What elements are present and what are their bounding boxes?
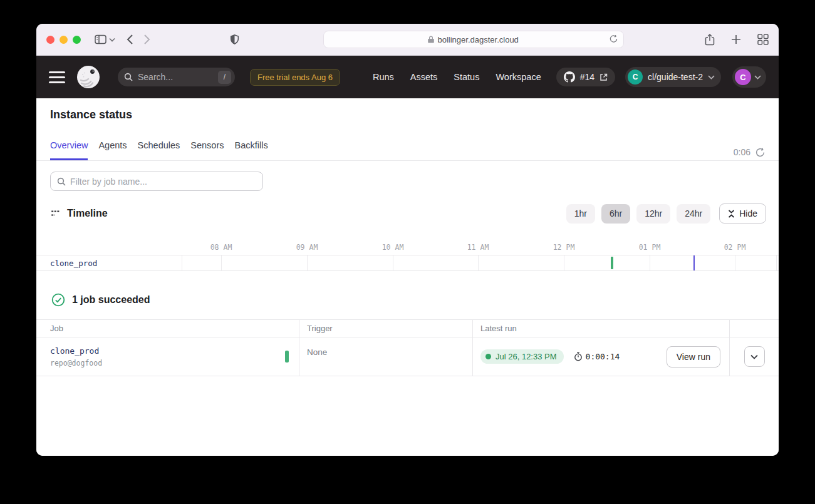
jobs-table-header: Job Trigger Latest run <box>36 320 779 337</box>
privacy-shield-icon[interactable] <box>230 34 239 45</box>
column-header-trigger: Trigger <box>299 320 473 337</box>
collapse-icon <box>728 210 735 218</box>
column-header-latest-run: Latest run <box>473 320 730 337</box>
search-input[interactable] <box>138 72 207 82</box>
search-shortcut-key: / <box>218 71 231 84</box>
sidebar-toggle-icon[interactable] <box>95 34 106 44</box>
axis-tick: 01 PM <box>631 243 668 252</box>
window-controls <box>46 36 81 44</box>
nav-workspace[interactable]: Workspace <box>496 72 541 82</box>
timeline-axis: 08 AM 09 AM 10 AM 11 AM 12 PM 01 PM 02 P… <box>36 242 779 255</box>
tab-backfills[interactable]: Backfills <box>235 140 268 160</box>
main-content: Instance status Overview Agents Schedule… <box>36 98 779 456</box>
success-check-icon <box>51 293 65 307</box>
zoom-window-button[interactable] <box>73 36 81 44</box>
column-header-actions <box>730 320 779 337</box>
run-status-badge[interactable]: Jul 26, 12:33 PM <box>480 349 564 364</box>
github-pr-badge[interactable]: #14 <box>556 68 615 86</box>
browser-toolbar: bollinger.dagster.cloud <box>36 24 779 56</box>
timeline-header: Timeline 1hr 6hr 12hr 24hr Hide <box>50 203 766 224</box>
timeline-job-link[interactable]: clone_prod <box>50 259 97 268</box>
forward-button[interactable] <box>143 34 150 45</box>
range-6hr-button[interactable]: 6hr <box>601 204 630 224</box>
view-run-button[interactable]: View run <box>667 346 720 368</box>
run-timestamp: Jul 26, 12:33 PM <box>496 352 557 361</box>
timeline-icon <box>50 208 61 219</box>
trial-badge[interactable]: Free trial ends Aug 6 <box>250 69 340 86</box>
range-1hr-button[interactable]: 1hr <box>566 204 595 224</box>
job-filter-input[interactable] <box>70 177 246 187</box>
search-icon <box>124 73 133 81</box>
success-dot-icon <box>485 354 491 359</box>
range-24hr-button[interactable]: 24hr <box>677 204 710 224</box>
refresh-countdown: 0:06 <box>734 147 765 157</box>
countdown-value: 0:06 <box>734 147 750 157</box>
minimize-window-button[interactable] <box>60 36 68 44</box>
sidebar-chevron-icon[interactable] <box>109 38 115 42</box>
tab-overview-icon[interactable] <box>757 34 769 45</box>
job-filter[interactable] <box>50 172 263 191</box>
chevron-down-icon <box>708 75 715 80</box>
new-tab-icon[interactable] <box>731 34 741 44</box>
stopwatch-icon <box>574 352 583 361</box>
job-name-link[interactable]: clone_prod <box>50 346 102 356</box>
trigger-cell: None <box>299 337 473 376</box>
jobs-table: Job Trigger Latest run clone_prod repo@d… <box>36 319 779 376</box>
tab-overview[interactable]: Overview <box>50 140 88 160</box>
hide-label: Hide <box>739 208 757 219</box>
run-duration: 0:00:14 <box>574 352 620 361</box>
address-bar[interactable]: bollinger.dagster.cloud <box>323 31 624 48</box>
pr-number: #14 <box>580 72 594 82</box>
search-icon <box>57 177 66 186</box>
range-12hr-button[interactable]: 12hr <box>636 204 670 224</box>
timeline-row: clone_prod <box>36 255 779 271</box>
current-time-marker <box>693 255 695 270</box>
user-avatar: C <box>735 69 751 85</box>
reload-icon[interactable] <box>610 34 618 45</box>
timeline-chart: 08 AM 09 AM 10 AM 11 AM 12 PM 01 PM 02 P… <box>36 242 779 271</box>
app-nav: Runs Assets Status Workspace <box>373 72 541 82</box>
table-row: clone_prod repo@dogfood None Jul 26, 12:… <box>36 337 779 376</box>
tab-sensors[interactable]: Sensors <box>190 140 224 160</box>
axis-tick: 02 PM <box>716 243 754 252</box>
column-header-job: Job <box>36 320 299 337</box>
timeline-title: Timeline <box>67 208 108 219</box>
job-cell: clone_prod repo@dogfood <box>36 337 299 376</box>
user-menu[interactable]: C <box>732 66 766 88</box>
axis-tick: 09 AM <box>288 243 326 252</box>
tab-schedules[interactable]: Schedules <box>138 140 180 160</box>
row-menu-button[interactable] <box>744 346 765 367</box>
github-icon <box>564 71 575 83</box>
job-run-history-bar[interactable] <box>285 351 289 363</box>
back-button[interactable] <box>127 34 133 45</box>
run-marker[interactable] <box>611 257 613 269</box>
axis-tick: 12 PM <box>545 243 583 252</box>
nav-runs[interactable]: Runs <box>373 72 394 82</box>
axis-tick: 08 AM <box>202 243 240 252</box>
lock-icon <box>428 36 434 43</box>
tab-agents[interactable]: Agents <box>98 140 127 160</box>
global-search[interactable]: / <box>118 68 235 86</box>
jobs-summary-text: 1 job succeeded <box>72 294 150 306</box>
jobs-summary: 1 job succeeded <box>51 293 779 307</box>
close-window-button[interactable] <box>46 36 55 44</box>
app-header: / Free trial ends Aug 6 Runs Assets Stat… <box>36 56 779 98</box>
chevron-down-icon <box>754 75 761 80</box>
dagster-logo[interactable] <box>76 65 100 89</box>
job-location: repo@dogfood <box>50 359 102 368</box>
url-text: bollinger.dagster.cloud <box>437 35 518 44</box>
page-title: Instance status <box>50 108 765 121</box>
menu-icon[interactable] <box>49 71 65 83</box>
axis-tick: 11 AM <box>459 243 497 252</box>
hide-timeline-button[interactable]: Hide <box>719 203 766 224</box>
latest-run-cell: Jul 26, 12:33 PM 0:00:14 View run <box>473 337 730 376</box>
axis-tick: 10 AM <box>374 243 412 252</box>
refresh-icon[interactable] <box>755 148 765 157</box>
nav-status[interactable]: Status <box>454 72 479 82</box>
deployment-switcher[interactable]: C cl/guide-test-2 <box>625 67 721 87</box>
actions-cell <box>730 337 779 376</box>
nav-assets[interactable]: Assets <box>410 72 438 82</box>
timeline-range-buttons: 1hr 6hr 12hr 24hr Hide <box>566 203 766 224</box>
deployment-avatar: C <box>628 69 643 85</box>
share-icon[interactable] <box>705 34 715 46</box>
